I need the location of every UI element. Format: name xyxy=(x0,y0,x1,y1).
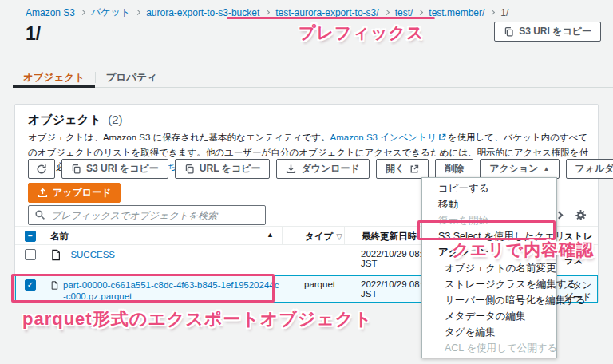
breadcrumb-amazon-s3[interactable]: Amazon S3 xyxy=(26,7,75,18)
refresh-button[interactable] xyxy=(28,159,55,179)
chevron-right-icon xyxy=(80,10,85,15)
actions-dropdown-menu: コピーする 移動 復元を開始 S3 Select を使用したクエリ アクション … xyxy=(421,177,557,358)
external-link-icon xyxy=(409,164,419,174)
annotation-query: クエリで内容確認 xyxy=(452,239,594,261)
actions-button[interactable]: アクション ▲ xyxy=(480,159,559,179)
caret-up-icon: ▲ xyxy=(544,165,550,172)
chevron-right-icon xyxy=(135,10,140,15)
copy-icon xyxy=(504,26,514,37)
gear-icon[interactable] xyxy=(575,209,587,221)
chevron-right-icon xyxy=(417,10,423,15)
menu-item-edit-metadata[interactable]: メタデータの編集 xyxy=(422,309,556,325)
object-link[interactable]: part-00000-c661a551-c8dc-4f63-b845-1ef19… xyxy=(63,279,282,303)
menu-item-move[interactable]: 移動 xyxy=(422,196,556,212)
upload-button[interactable]: アップロード xyxy=(28,183,121,203)
copy-url-button[interactable]: URL をコピー xyxy=(175,159,271,179)
annotation-underline xyxy=(227,17,435,19)
page-title: 1/ xyxy=(26,23,41,45)
panel-heading: オブジェクト (2) xyxy=(28,113,123,128)
upload-row: アップロード xyxy=(28,183,121,203)
copy-url-label: URL をコピー xyxy=(200,162,261,176)
sort-toggle-icon[interactable]: ▽ xyxy=(336,232,342,241)
external-link-icon xyxy=(438,132,446,146)
delete-label: 削除 xyxy=(445,162,464,176)
open-button[interactable]: 開く xyxy=(376,159,429,179)
file-icon xyxy=(50,279,58,291)
search-icon xyxy=(34,209,45,223)
download-button[interactable]: ダウンロード xyxy=(276,159,369,179)
chevron-right-icon xyxy=(489,10,495,15)
upload-label: アップロード xyxy=(53,186,111,200)
download-icon xyxy=(286,164,296,174)
inventory-link[interactable]: Amazon S3 インベントリ xyxy=(330,133,437,142)
delete-button[interactable]: 削除 xyxy=(435,159,473,179)
column-type[interactable]: タイプ xyxy=(305,231,333,241)
column-name[interactable]: 名前 xyxy=(50,231,69,244)
active-tab-underline xyxy=(13,85,95,88)
breadcrumb-prefix-3[interactable]: test.member/ xyxy=(429,7,484,18)
object-type: - xyxy=(282,245,344,275)
pagination-controls xyxy=(556,205,587,225)
create-folder-button[interactable]: フォルダの作成 xyxy=(566,159,613,179)
object-toolbar: S3 URI をコピー URL をコピー ダウンロード 開く 削除 アクション … xyxy=(28,159,613,179)
copy-s3-uri-button[interactable]: S3 URI をコピー xyxy=(61,159,168,179)
upload-icon xyxy=(38,188,48,198)
chevron-right-icon xyxy=(384,10,390,15)
panel-heading-label: オブジェクト xyxy=(28,113,101,126)
select-all-checkbox[interactable]: − xyxy=(25,231,36,242)
download-label: ダウンロード xyxy=(301,162,359,176)
menu-item-rename-object[interactable]: オブジェクトの名前変更 xyxy=(422,260,556,276)
object-type: parquet xyxy=(282,275,344,303)
sort-ascending-icon[interactable]: ▲ xyxy=(267,231,274,244)
row-checkbox[interactable]: ✓ xyxy=(25,279,36,291)
create-folder-label: フォルダの作成 xyxy=(575,162,613,176)
copy-s3-uri-label: S3 URI をコピー xyxy=(86,162,159,176)
menu-item-copy[interactable]: コピーする xyxy=(422,180,556,196)
description-text-1: オブジェクトは、Amazon S3 に保存された基本的なエンティティです。 xyxy=(28,133,330,142)
search-input[interactable] xyxy=(28,205,266,225)
file-icon xyxy=(50,249,61,261)
breadcrumb-current: 1/ xyxy=(500,7,508,18)
breadcrumb-buckets[interactable]: バケット xyxy=(91,6,130,19)
tab-bar: オブジェクト プロパティ xyxy=(13,68,168,87)
search-row xyxy=(28,205,266,225)
copy-icon xyxy=(184,164,195,174)
tab-properties[interactable]: プロパティ xyxy=(96,71,168,85)
copy-s3-uri-button-top[interactable]: S3 URI をコピー xyxy=(494,22,601,42)
actions-label: アクション xyxy=(489,162,538,176)
menu-item-edit-tags[interactable]: タグを編集 xyxy=(422,325,556,341)
menu-item-edit-server-side-encryption[interactable]: サーバー側の暗号化を編集する xyxy=(422,293,556,309)
object-link[interactable]: _SUCCESS xyxy=(65,249,115,275)
menu-item-initiate-restore: 復元を開始 xyxy=(422,212,556,228)
annotation-prefix: プレフィックス xyxy=(299,22,424,44)
refresh-icon xyxy=(36,164,47,175)
chevron-right-icon xyxy=(264,10,270,15)
row-checkbox[interactable] xyxy=(25,249,36,260)
menu-item-edit-storage-class[interactable]: ストレージクラスを編集する xyxy=(422,277,556,293)
object-count: (2) xyxy=(108,113,122,126)
tab-objects[interactable]: オブジェクト xyxy=(13,71,95,85)
copy-s3-uri-label: S3 URI をコピー xyxy=(519,25,591,38)
copy-icon xyxy=(71,164,81,174)
menu-item-make-public-acl: ACL を使用して公開する xyxy=(422,341,556,357)
tab-bar-divider xyxy=(13,87,613,88)
annotation-parquet: parquet形式のエクスポートオブジェクト xyxy=(22,307,373,331)
open-label: 開く xyxy=(386,162,405,176)
